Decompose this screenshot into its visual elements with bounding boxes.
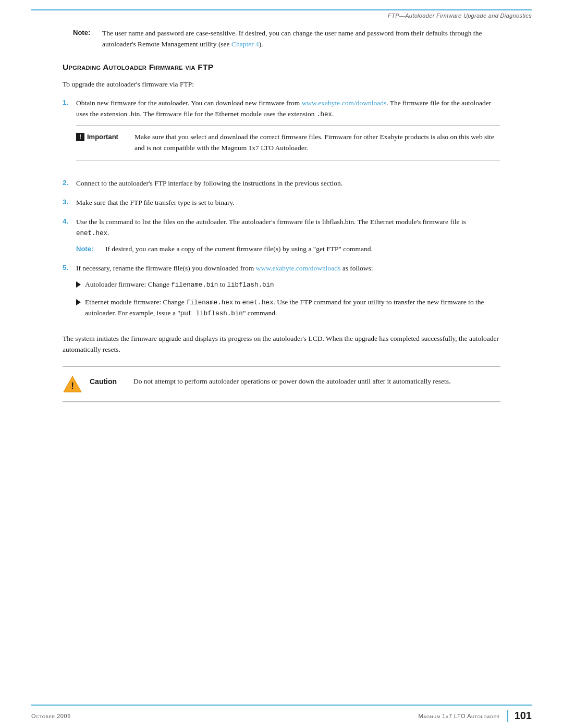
step-2-text: Connect to the autoloader's FTP interfac… [76, 179, 342, 187]
step-2-content: Connect to the autoloader's FTP interfac… [76, 178, 500, 189]
bullet-1-mono1: filename.bin [171, 281, 218, 289]
page: FTP—Autoloader Firmware Upgrade and Diag… [0, 9, 563, 728]
important-word: Important [87, 132, 118, 142]
step-3: 3. Make sure that the FTP file transfer … [63, 198, 500, 208]
caution-box: ! Caution Do not attempt to perform auto… [63, 366, 500, 402]
section-heading: Upgrading Autoloader Firmware via FTP [63, 63, 500, 72]
triangle-icon-1 [76, 281, 81, 288]
section-heading-text: Upgrading Autoloader Firmware via FTP [63, 63, 214, 71]
step-5: 5. If necessary, rename the firmware fil… [63, 263, 500, 325]
important-text: Make sure that you select and download t… [134, 132, 500, 154]
caution-icon: ! [63, 375, 82, 393]
step-4-content: Use the ls command to list the files on … [76, 217, 500, 255]
step-4-sub-note: Note: If desired, you can make a copy of… [76, 244, 500, 255]
footer-content: October 2006 Magnum 1x7 LTO Autoloader 1… [31, 710, 532, 722]
note-label: Note: [73, 28, 102, 50]
step-3-num: 3. [63, 198, 76, 206]
footer-right: Magnum 1x7 LTO Autoloader 101 [418, 710, 532, 722]
step-1-text-before: Obtain new firmware for the autoloader. … [76, 99, 302, 107]
step-2-num: 2. [63, 178, 76, 187]
bullet-item-1: Autoloader firmware: Change filename.bin… [76, 279, 500, 290]
bullet-list: Autoloader firmware: Change filename.bin… [76, 279, 500, 319]
bullet-2-text-mid: to [233, 298, 242, 306]
step-5-link[interactable]: www.exabyte.com/downloads [256, 264, 341, 272]
important-label-wrap: ! Important [76, 132, 128, 142]
exclaim-icon: ! [76, 133, 84, 141]
bullet-1-content: Autoloader firmware: Change filename.bin… [85, 279, 500, 290]
header-text: FTP—Autoloader Firmware Upgrade and Diag… [388, 13, 532, 19]
step-4: 4. Use the ls command to list the files … [63, 217, 500, 255]
sub-note-label: Note: [76, 244, 105, 255]
note-text-before: The user name and password are case-sens… [102, 29, 482, 48]
step-2: 2. Connect to the autoloader's FTP inter… [63, 178, 500, 189]
step-1-text-end: . [332, 110, 334, 118]
caution-text: Do not attempt to perform autoloader ope… [133, 374, 450, 387]
caution-label: Caution [90, 374, 126, 386]
main-content: Note: The user name and password are cas… [0, 23, 563, 444]
bullet-2-mono1: filename.hex [186, 299, 233, 306]
top-note-block: Note: The user name and password are cas… [63, 28, 500, 50]
note-text: The user name and password are case-sens… [102, 28, 500, 50]
bullet-item-2: Ethernet module firmware: Change filenam… [76, 297, 500, 319]
bullet-2-quote: "put libflash.bin" [177, 309, 246, 317]
bullet-1-mono2: libflash.bin [227, 281, 274, 289]
section-intro: To upgrade the autoloader's firmware via… [63, 79, 500, 90]
step-1-num: 1. [63, 98, 76, 106]
step-5-text-before: If necessary, rename the firmware file(s… [76, 264, 256, 272]
triangle-icon-2 [76, 299, 81, 305]
step-1-content: Obtain new firmware for the autoloader. … [76, 98, 500, 170]
step-1-link[interactable]: www.exabyte.com/downloads [302, 99, 387, 107]
bullet-1-text-before: Autoloader firmware: Change [85, 280, 171, 288]
footer-center-text: Magnum 1x7 LTO Autoloader [418, 713, 499, 719]
bullet-2-text-before: Ethernet module firmware: Change [85, 298, 186, 306]
step-5-content: If necessary, rename the firmware file(s… [76, 263, 500, 325]
step-4-text-after: . [107, 229, 109, 237]
page-header: FTP—Autoloader Firmware Upgrade and Diag… [0, 10, 563, 23]
step-5-text-after: as follows: [340, 264, 373, 272]
step-4-text-before: Use the ls command to list the files on … [76, 218, 466, 226]
bullet-1-text-mid: to [218, 280, 227, 288]
step-3-text: Make sure that the FTP file transfer typ… [76, 199, 235, 206]
bullet-2-mono2: enet.hex [242, 299, 273, 306]
chapter4-link[interactable]: Chapter 4 [231, 40, 259, 48]
footer: October 2006 Magnum 1x7 LTO Autoloader 1… [0, 705, 563, 722]
step-3-content: Make sure that the FTP file transfer typ… [76, 198, 500, 208]
important-box: ! Important Make sure that you select an… [76, 125, 500, 161]
step-1: 1. Obtain new firmware for the autoloade… [63, 98, 500, 170]
footer-left: October 2006 [31, 713, 71, 719]
bullet-2-content: Ethernet module firmware: Change filenam… [85, 297, 500, 319]
caution-icon-wrap: ! [63, 374, 82, 394]
step-1-mono1: .hex [316, 111, 332, 118]
sub-note-text: If desired, you can make a copy of the c… [105, 244, 373, 255]
bullet-2-text-end: command. [246, 309, 277, 317]
bullet-2-quote-code: put libflash.bin [180, 310, 243, 317]
note-text-end: ). [259, 40, 263, 48]
step-4-mono: enet.hex [76, 230, 107, 237]
svg-text:!: ! [71, 381, 74, 391]
step-5-num: 5. [63, 263, 76, 272]
footer-page-num: 101 [507, 710, 532, 722]
step-4-num: 4. [63, 217, 76, 225]
summary-para: The system initiates the firmware upgrad… [63, 334, 500, 355]
footer-rule [31, 705, 532, 706]
